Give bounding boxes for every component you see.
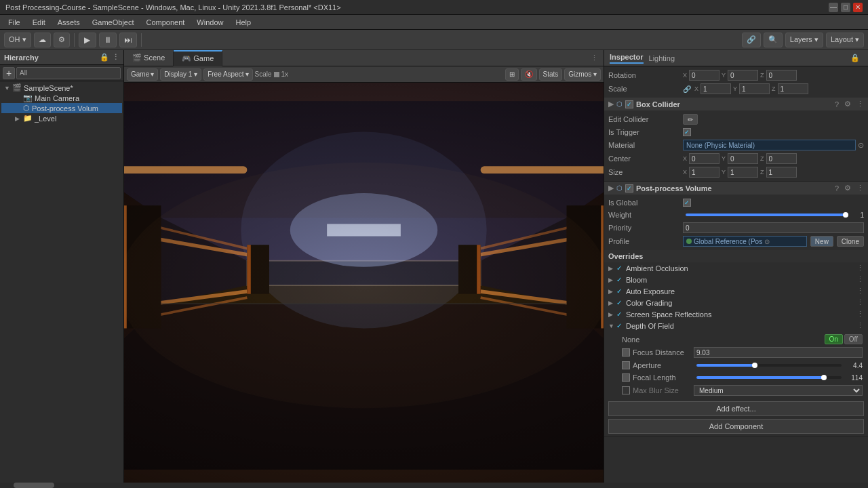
box-collider-menu-icon[interactable]: ⋮ (856, 100, 864, 108)
menu-edit[interactable]: Edit (27, 17, 51, 28)
hierarchy-main-camera[interactable]: 📷 Main Camera (1, 93, 122, 103)
stats-button[interactable]: Stats (539, 68, 563, 81)
maximize-on-play[interactable]: ⊞ (505, 68, 519, 81)
profile-clone-button[interactable]: Clone (837, 236, 864, 247)
rotation-x[interactable] (689, 70, 719, 81)
close-button[interactable]: ✕ (853, 3, 863, 12)
pp-help-icon[interactable]: ? (835, 184, 839, 192)
center-x[interactable] (689, 153, 719, 164)
game-dropdown[interactable]: Game ▾ (127, 68, 158, 81)
profile-ref[interactable]: Global Reference (Pos ⊙ (683, 236, 807, 247)
override-ambient-occlusion[interactable]: ▶ ✓ Ambient Occlusion ⋮ (604, 262, 868, 274)
post-process-header[interactable]: ▶ ⬡ Post-process Volume ? ⚙ ⋮ (604, 182, 868, 195)
weight-slider-thumb[interactable] (843, 212, 848, 218)
hierarchy-add-button[interactable]: + (3, 67, 15, 79)
pp-enabled-checkbox[interactable] (625, 184, 633, 192)
scale-x[interactable] (701, 83, 731, 94)
menu-file[interactable]: File (3, 17, 26, 28)
focal-length-checkbox[interactable] (622, 373, 630, 382)
cg-menu[interactable]: ⋮ (856, 298, 864, 307)
dof-menu[interactable]: ⋮ (856, 321, 864, 330)
edit-collider-button[interactable]: ✏ (683, 114, 698, 125)
tab-scene[interactable]: 🎬 Scene (124, 50, 174, 66)
box-collider-header[interactable]: ▶ ⬡ Box Collider ? ⚙ ⋮ (604, 98, 868, 110)
priority-input[interactable] (683, 222, 864, 233)
viewport-menu-icon[interactable]: ⋮ (585, 54, 604, 62)
settings-button[interactable]: ⚙ (54, 33, 70, 47)
is-global-checkbox[interactable] (683, 199, 691, 207)
dof-on-button[interactable]: On (825, 334, 843, 344)
aperture-slider[interactable] (696, 364, 842, 367)
hierarchy-lock-icon[interactable]: 🔒 (100, 53, 109, 62)
mute-audio[interactable]: 🔇 (521, 68, 537, 81)
dof-off-button[interactable]: Off (844, 334, 863, 344)
lighting-tab-label[interactable]: Lighting (649, 54, 675, 62)
pp-menu-icon[interactable]: ⋮ (856, 184, 864, 192)
inspector-tab-label[interactable]: Inspector (610, 53, 644, 64)
minimize-button[interactable]: — (829, 3, 838, 12)
search-button[interactable]: 🔍 (764, 33, 783, 47)
focus-distance-checkbox[interactable] (622, 348, 630, 357)
ssr-menu[interactable]: ⋮ (856, 310, 864, 319)
menu-window[interactable]: Window (191, 17, 229, 28)
aperture-checkbox[interactable] (622, 361, 630, 369)
collab-button[interactable]: 🔗 (742, 33, 761, 47)
override-auto-exposure[interactable]: ▶ ✓ Auto Exposure ⋮ (604, 285, 868, 297)
hierarchy-menu-icon[interactable]: ⋮ (112, 53, 119, 62)
menu-gameobject[interactable]: GameObject (87, 17, 140, 28)
weight-slider[interactable] (686, 214, 846, 216)
box-collider-enabled-checkbox[interactable] (625, 100, 633, 108)
aperture-thumb[interactable] (752, 363, 757, 368)
add-component-button[interactable]: Add Component (608, 419, 864, 434)
display-dropdown[interactable]: Display 1 ▾ (160, 68, 201, 81)
play-button[interactable]: ▶ (79, 33, 96, 47)
box-collider-settings-icon[interactable]: ⚙ (844, 100, 851, 108)
menu-component[interactable]: Component (140, 17, 190, 28)
focal-length-slider[interactable] (696, 376, 842, 379)
max-blur-dropdown[interactable]: Medium Small Large Very Large (694, 385, 863, 396)
hierarchy-level[interactable]: ▶ 📁 _Level (1, 113, 122, 123)
size-y[interactable] (728, 167, 758, 178)
size-z[interactable] (766, 167, 797, 178)
material-target-icon[interactable]: ⊙ (858, 141, 864, 150)
gizmos-dropdown[interactable]: Gizmos ▾ (564, 68, 601, 81)
layout-dropdown[interactable]: Layout ▾ (826, 33, 864, 47)
override-depth-of-field[interactable]: ▼ ✓ Depth Of Field ⋮ (604, 320, 868, 331)
layers-dropdown[interactable]: Layers ▾ (785, 33, 823, 47)
max-blur-checkbox[interactable] (622, 386, 630, 394)
pp-settings-icon[interactable]: ⚙ (844, 184, 851, 192)
ao-menu[interactable]: ⋮ (856, 264, 864, 272)
menu-assets[interactable]: Assets (52, 17, 85, 28)
override-color-grading[interactable]: ▶ ✓ Color Grading ⋮ (604, 297, 868, 308)
pause-button[interactable]: ⏸ (99, 33, 117, 47)
add-effect-button[interactable]: Add effect... (608, 401, 864, 416)
rotation-z[interactable] (766, 70, 797, 81)
focus-distance-input[interactable] (694, 347, 863, 358)
box-collider-help-icon[interactable]: ? (835, 100, 839, 108)
scale-z[interactable] (778, 83, 808, 94)
maximize-button[interactable]: □ (841, 3, 850, 12)
rotation-y[interactable] (728, 70, 758, 81)
tab-game[interactable]: 🎮 Game (174, 50, 222, 66)
center-z[interactable] (766, 153, 797, 164)
inspector-lock-icon[interactable]: 🔒 (850, 54, 860, 62)
step-button[interactable]: ⏭ (119, 33, 137, 47)
focal-thumb[interactable] (821, 375, 827, 380)
oh-dropdown[interactable]: OH ▾ (4, 33, 31, 47)
menu-help[interactable]: Help (230, 17, 256, 28)
ae-menu[interactable]: ⋮ (856, 287, 864, 296)
cloud-button[interactable]: ☁ (34, 33, 51, 47)
size-x[interactable] (689, 167, 719, 178)
hierarchy-search-bar[interactable]: All (16, 67, 121, 79)
material-ref[interactable]: None (Physic Material) (683, 140, 856, 150)
is-trigger-checkbox[interactable] (683, 128, 691, 136)
profile-new-button[interactable]: New (810, 236, 833, 247)
bloom-menu[interactable]: ⋮ (856, 275, 864, 284)
override-bloom[interactable]: ▶ ✓ Bloom ⋮ (604, 274, 868, 285)
scale-y[interactable] (739, 83, 770, 94)
profile-target-icon[interactable]: ⊙ (764, 238, 770, 245)
center-y[interactable] (728, 153, 758, 164)
hierarchy-post-process[interactable]: ⬡ Post-process Volum (1, 103, 122, 113)
hierarchy-scene-root[interactable]: ▼ 🎬 SampleScene* (1, 83, 122, 93)
override-screen-space-reflections[interactable]: ▶ ✓ Screen Space Reflections ⋮ (604, 308, 868, 320)
